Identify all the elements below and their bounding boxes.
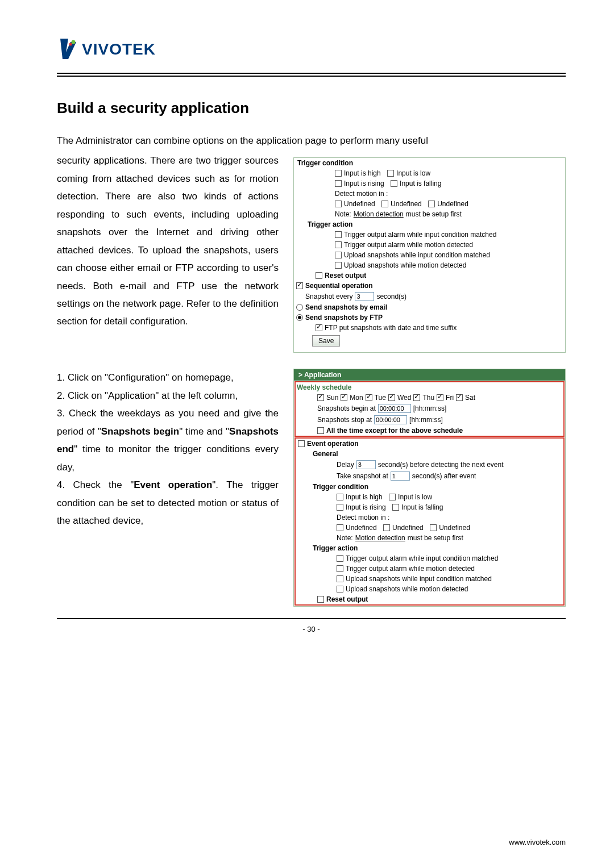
input-high-label: Input is high	[344, 169, 381, 177]
hhmmss-2: [hh:mm:ss]	[409, 416, 443, 424]
input-rising-label: Input is rising	[344, 180, 384, 187]
trigger-condition-hdr2: Trigger condition	[296, 482, 563, 492]
undef3-label: Undefined	[437, 200, 468, 208]
general-hdr: General	[296, 449, 563, 459]
input-falling-checkbox2[interactable]	[392, 504, 399, 511]
send-ftp-radio[interactable]	[296, 314, 303, 321]
ftp-suffix-label: FTP put snapshots with date and time suf…	[325, 324, 457, 332]
divider-top	[57, 73, 566, 77]
note-post: must be setup first	[406, 210, 462, 218]
ta2-checkbox[interactable]	[335, 241, 342, 248]
application-panel: > Application Weekly schedule Sun Mon Tu…	[293, 369, 566, 607]
wed-checkbox[interactable]	[388, 394, 395, 401]
divider-bottom	[57, 618, 566, 619]
ta3-checkbox[interactable]	[335, 252, 342, 258]
step-4: 4. Check the "Event operation". The trig…	[57, 476, 279, 529]
reset-output-checkbox[interactable]	[316, 272, 322, 279]
take-post: second(s) after event	[412, 472, 476, 480]
svg-point-1	[72, 40, 76, 44]
seq-op-label: Sequential operation	[305, 282, 373, 290]
detect-motion-label: Detect motion in :	[335, 190, 388, 198]
event-op-checkbox[interactable]	[298, 440, 305, 447]
note-pre: Note:	[335, 210, 351, 218]
ta1-checkbox2[interactable]	[337, 555, 343, 562]
body-paragraph-1: security applications. There are two tri…	[57, 152, 279, 330]
site-url: www.vivotek.com	[509, 838, 566, 846]
page-title: Build a security application	[57, 99, 566, 117]
send-email-radio[interactable]	[296, 304, 303, 311]
undef2-checkbox[interactable]	[381, 201, 388, 207]
take-input[interactable]	[391, 471, 410, 481]
mon-checkbox[interactable]	[341, 394, 347, 401]
snap-begin-input[interactable]	[378, 404, 411, 413]
snap-every-post: second(s)	[376, 293, 406, 301]
undef1-checkbox[interactable]	[335, 201, 342, 207]
step-1: 1. Click on "Configuration" on homepage,	[57, 369, 279, 386]
take-pre: Take snapshot at	[337, 472, 388, 480]
svg-text:VIVOTEK: VIVOTEK	[82, 40, 156, 58]
input-falling-checkbox[interactable]	[391, 180, 397, 187]
svg-point-0	[69, 43, 72, 46]
weekly-schedule-hdr: Weekly schedule	[296, 382, 563, 393]
undef1-checkbox2[interactable]	[337, 524, 343, 531]
fri-checkbox[interactable]	[437, 394, 443, 401]
sun-checkbox[interactable]	[317, 394, 324, 401]
ta4-checkbox[interactable]	[335, 262, 342, 269]
ta2-checkbox2[interactable]	[337, 565, 343, 572]
step-2: 2. Click on "Application" at the left co…	[57, 387, 279, 404]
trigger-panel: Trigger condition Input is high Input is…	[293, 157, 566, 353]
brand-logo: VIVOTEK	[57, 34, 566, 62]
input-low-checkbox2[interactable]	[389, 494, 396, 500]
snap-begin-pre: Snapshots begin at	[317, 404, 376, 412]
trigger-action-hdr2: Trigger action	[296, 543, 563, 553]
steps-block: 1. Click on "Configuration" on homepage,…	[57, 369, 279, 529]
send-ftp-label: Send snapshots by FTP	[305, 314, 383, 322]
event-op-label: Event operation	[307, 440, 359, 448]
ta3-checkbox2[interactable]	[337, 575, 343, 582]
ta3-label: Upload snapshots while input condition m…	[344, 251, 490, 259]
all-time-label: All the time except for the above schedu…	[326, 427, 463, 435]
sat-checkbox[interactable]	[456, 394, 463, 401]
undef3-checkbox2[interactable]	[430, 524, 437, 531]
tue-checkbox[interactable]	[366, 394, 372, 401]
undef2-checkbox2[interactable]	[383, 524, 390, 531]
seq-op-checkbox[interactable]	[296, 282, 303, 289]
send-email-label: Send snapshots by email	[305, 303, 387, 311]
snap-every-input[interactable]	[355, 292, 374, 301]
ftp-suffix-checkbox[interactable]	[316, 324, 322, 331]
input-rising-checkbox2[interactable]	[337, 504, 343, 511]
step-3: 3. Check the weekdays as you need and gi…	[57, 404, 279, 476]
trigger-condition-hdr: Trigger condition	[294, 158, 565, 168]
undef3-checkbox[interactable]	[428, 201, 435, 207]
ta1-label: Trigger output alarm while input conditi…	[344, 231, 496, 239]
delay-input[interactable]	[356, 460, 376, 469]
motion-detection-link2[interactable]: Motion detection	[355, 534, 405, 542]
delay-pre: Delay	[337, 461, 354, 469]
thu-checkbox[interactable]	[413, 394, 420, 401]
input-low-checkbox[interactable]	[387, 170, 394, 177]
undef2-label: Undefined	[391, 200, 422, 208]
page-number: - 30 -	[57, 625, 566, 633]
all-time-checkbox[interactable]	[317, 427, 324, 434]
reset-output-label: Reset output	[325, 272, 366, 279]
trigger-action-hdr: Trigger action	[294, 219, 565, 229]
ta1-checkbox[interactable]	[335, 231, 342, 238]
input-high-checkbox[interactable]	[335, 170, 342, 177]
intro-line: The Administrator can combine options on…	[57, 132, 566, 149]
save-button[interactable]: Save	[312, 335, 340, 347]
input-high-checkbox2[interactable]	[337, 494, 343, 500]
snap-stop-input[interactable]	[374, 415, 407, 424]
ta4-checkbox2[interactable]	[337, 586, 343, 592]
weekly-schedule-box: Weekly schedule Sun Mon Tue Wed Thu Fri …	[294, 381, 565, 437]
input-falling-label: Input is falling	[400, 180, 441, 187]
snap-stop-pre: Snapshots stop at	[317, 416, 372, 424]
input-low-label: Input is low	[396, 169, 430, 177]
input-rising-checkbox[interactable]	[335, 180, 342, 187]
application-header: > Application	[294, 369, 565, 381]
delay-post: second(s) before detecting the next even…	[378, 461, 504, 469]
motion-detection-link[interactable]: Motion detection	[354, 210, 404, 218]
reset-output-checkbox2[interactable]	[317, 596, 324, 603]
snap-every-pre: Snapshot every	[305, 293, 352, 301]
hhmmss-1: [hh:mm:ss]	[413, 404, 447, 412]
undef1-label: Undefined	[344, 200, 375, 208]
